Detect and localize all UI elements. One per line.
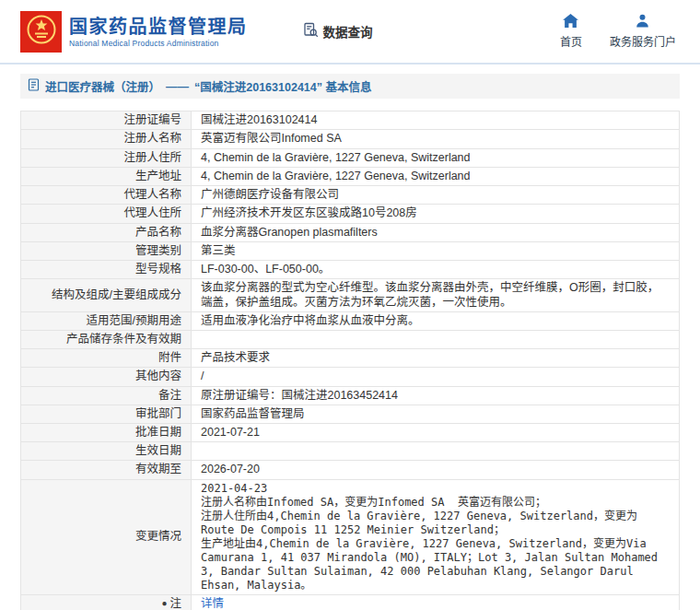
field-label: 其他内容 bbox=[21, 368, 192, 385]
field-label: 适用范围/预期用途 bbox=[21, 312, 192, 330]
field-value: LF-030-00、LF-050-00。 bbox=[192, 261, 679, 278]
field-label: 产品储存条件及有效期 bbox=[21, 331, 192, 348]
field-value: 国械注进20163102414 bbox=[192, 111, 679, 129]
field-value: 血浆分离器Granopen plasmafilters bbox=[192, 224, 679, 241]
field-value bbox=[192, 442, 679, 460]
header-right-nav: 首页 政务服务门户 bbox=[560, 14, 676, 49]
table-row: 附件产品技术要求 bbox=[21, 349, 679, 368]
field-label: 生产地址 bbox=[21, 168, 192, 185]
breadcrumb-separator: —— bbox=[166, 80, 189, 93]
bullet-dot-icon: ● bbox=[161, 599, 167, 608]
table-row: 注册证编号国械注进20163102414 bbox=[21, 111, 679, 130]
table-row: 代理人住所广州经济技术开发区东区骏成路10号208房 bbox=[21, 205, 679, 223]
field-value: 2021-04-23 注册人名称由Infomed SA，变更为Infomed S… bbox=[192, 480, 679, 594]
field-label: 附件 bbox=[21, 349, 192, 367]
table-row: 型号规格LF-030-00、LF-050-00。 bbox=[21, 261, 679, 279]
table-row: 注册人住所4, Chemin de la Gravière, 1227 Gene… bbox=[21, 149, 679, 168]
nav-portal[interactable]: 政务服务门户 bbox=[610, 14, 676, 49]
table-row: 管理类别第三类 bbox=[21, 242, 679, 261]
table-row: 适用范围/预期用途适用血液净化治疗中将血浆从血液中分离。 bbox=[21, 312, 679, 331]
field-label: 产品名称 bbox=[21, 224, 192, 241]
table-row: 审批部门国家药品监督管理局 bbox=[21, 405, 679, 424]
field-value: 2026-07-20 bbox=[192, 461, 679, 478]
field-value: 英富迈有限公司Infomed SA bbox=[192, 130, 679, 147]
table-row: 代理人名称广州德朗医疗设备有限公司 bbox=[21, 186, 679, 205]
nav-portal-label: 政务服务门户 bbox=[610, 33, 676, 49]
field-label: 有效期至 bbox=[21, 461, 192, 478]
table-row-note: ●注 详情 bbox=[21, 595, 679, 610]
registration-detail-table: 注册证编号国械注进20163102414 注册人名称英富迈有限公司Infomed… bbox=[20, 111, 680, 610]
field-label: 代理人住所 bbox=[21, 205, 192, 222]
field-label: 型号规格 bbox=[21, 261, 192, 278]
field-label: 管理类别 bbox=[21, 242, 192, 260]
field-value: 适用血液净化治疗中将血浆从血液中分离。 bbox=[192, 312, 679, 330]
field-label: 注册人名称 bbox=[21, 130, 192, 147]
nmpa-logo[interactable] bbox=[20, 11, 62, 53]
field-value: 原注册证编号：国械注进20163452414 bbox=[192, 387, 679, 405]
field-label: 生效日期 bbox=[21, 442, 192, 460]
field-label: ●注 bbox=[21, 595, 192, 610]
field-value: 2021-07-21 bbox=[192, 424, 679, 441]
field-label: 批准日期 bbox=[21, 424, 192, 441]
table-row: 其他内容/ bbox=[21, 368, 679, 386]
table-row: 备注原注册证编号：国械注进20163452414 bbox=[21, 387, 679, 405]
field-value: 广州经济技术开发区东区骏成路10号208房 bbox=[192, 205, 679, 222]
field-value: 产品技术要求 bbox=[192, 349, 679, 367]
field-value: 4, Chemin de la Gravière, 1227 Geneva, S… bbox=[192, 168, 679, 185]
table-row: 注册人名称英富迈有限公司Infomed SA bbox=[21, 130, 679, 148]
site-subtitle: National Medical Products Administration bbox=[69, 39, 248, 48]
nav-home[interactable]: 首页 bbox=[560, 14, 582, 49]
site-title: 国家药品监督管理局 bbox=[69, 16, 248, 39]
table-row-change-history: 变更情况2021-04-23 注册人名称由Infomed SA，变更为Infom… bbox=[21, 480, 679, 595]
field-value: 详情 bbox=[192, 595, 679, 610]
field-value: 第三类 bbox=[192, 242, 679, 260]
breadcrumb: 进口医疗器械（注册） —— “国械注进20163102414” 基本信息 bbox=[20, 74, 680, 99]
app-header: 国家药品监督管理局 National Medical Products Admi… bbox=[0, 0, 700, 65]
nav-data-query[interactable]: 数据查询 bbox=[303, 22, 373, 41]
field-label: 结构及组成/主要组成成分 bbox=[21, 279, 192, 311]
table-row: 有效期至2026-07-20 bbox=[21, 461, 679, 479]
table-row: 批准日期2021-07-21 bbox=[21, 424, 679, 442]
field-value: 广州德朗医疗设备有限公司 bbox=[192, 186, 679, 204]
note-label: 注 bbox=[169, 597, 181, 610]
nav-data-query-label: 数据查询 bbox=[323, 22, 373, 41]
field-label: 注册证编号 bbox=[21, 111, 192, 129]
home-icon bbox=[563, 14, 578, 30]
breadcrumb-current: “国械注进20163102414” 基本信息 bbox=[194, 77, 371, 95]
table-row: 生效日期 bbox=[21, 442, 679, 461]
person-icon bbox=[636, 14, 649, 30]
field-value: 4, Chemin de la Gravière, 1227 Geneva, S… bbox=[192, 149, 679, 167]
field-label: 备注 bbox=[21, 387, 192, 405]
details-link[interactable]: 详情 bbox=[201, 597, 224, 610]
national-emblem-icon bbox=[26, 14, 57, 49]
field-value bbox=[192, 331, 679, 348]
field-value: / bbox=[192, 368, 679, 385]
field-label: 审批部门 bbox=[21, 405, 192, 423]
brand-block: 国家药品监督管理局 National Medical Products Admi… bbox=[69, 16, 248, 48]
document-icon bbox=[28, 78, 40, 94]
field-label: 代理人名称 bbox=[21, 186, 192, 204]
nav-home-label: 首页 bbox=[560, 33, 582, 49]
field-label: 变更情况 bbox=[21, 480, 192, 594]
document-search-icon bbox=[303, 22, 319, 41]
field-value: 国家药品监督管理局 bbox=[192, 405, 679, 423]
field-label: 注册人住所 bbox=[21, 149, 192, 167]
table-row: 生产地址4, Chemin de la Gravière, 1227 Genev… bbox=[21, 168, 679, 186]
table-row: 结构及组成/主要组成成分该血浆分离器的型式为空心纤维型。该血浆分离器由外壳，中空… bbox=[21, 279, 679, 312]
breadcrumb-section[interactable]: 进口医疗器械（注册） bbox=[45, 77, 160, 95]
table-row: 产品名称血浆分离器Granopen plasmafilters bbox=[21, 224, 679, 242]
field-value: 该血浆分离器的型式为空心纤维型。该血浆分离器由外壳，中空纤维膜，O形圈，封口胶，… bbox=[192, 279, 679, 311]
table-row: 产品储存条件及有效期 bbox=[21, 331, 679, 349]
